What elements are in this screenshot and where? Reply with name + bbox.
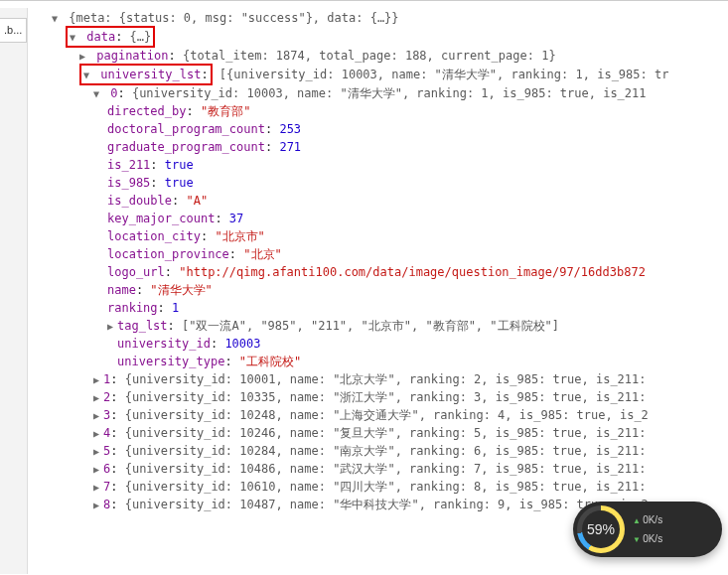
field-key: is_double (107, 194, 172, 208)
field-key: ranking (107, 301, 158, 315)
field-row: name: "清华大学" (38, 281, 728, 299)
pagination-preview: {total_item: 1874, total_page: 188, curr… (183, 49, 556, 63)
field-val: 1 (172, 301, 179, 315)
field-key: university_id (117, 337, 211, 351)
field-row: graduate_program_count: 271 (38, 138, 728, 156)
field-val: "A" (186, 194, 208, 208)
field-row: directed_by: "教育部" (38, 102, 728, 120)
field-row: university_id: 10003 (38, 335, 728, 353)
field-key: is_211 (107, 158, 150, 172)
sidebar-tab[interactable]: .b... (0, 18, 27, 43)
chevron-right-icon[interactable]: ▶ (93, 480, 103, 495)
field-val: "清华大学" (150, 283, 212, 297)
key-pagination: pagination (96, 49, 168, 63)
key-university-lst: university_lst (100, 68, 201, 81)
field-key: logo_url (107, 265, 165, 279)
item-preview: {university_id: 10001, name: "北京大学", ran… (125, 372, 647, 386)
field-key: location_province (107, 247, 229, 261)
chevron-right-icon[interactable]: ▶ (79, 49, 89, 64)
chevron-down-icon[interactable]: ▼ (83, 68, 93, 82)
item-preview: {university_id: 10486, name: "武汉大学", ran… (125, 462, 647, 476)
root-row[interactable]: ▼ {meta: {status: 0, msg: "success"}, da… (38, 9, 728, 27)
chevron-right-icon[interactable]: ▶ (93, 462, 103, 477)
field-val: "工科院校" (239, 355, 301, 368)
chevron-right-icon[interactable]: ▶ (93, 372, 103, 387)
field-val: ["双一流A", "985", "211", "北京市", "教育部", "工科… (182, 319, 559, 333)
field-row: is_985: true (38, 174, 728, 192)
university-lst-row[interactable]: ▼ university_lst: [{university_id: 10003… (38, 65, 728, 84)
field-key: name (107, 283, 136, 297)
chevron-right-icon[interactable]: ▶ (93, 444, 103, 459)
chevron-right-icon[interactable]: ▶ (93, 426, 103, 441)
field-key: key_major_count (107, 212, 215, 225)
item-preview: {university_id: 10284, name: "南京大学", ran… (125, 444, 647, 458)
field-val: "http://qimg.afanti100.com/data/image/qu… (179, 265, 646, 279)
item-0-row[interactable]: ▼ 0: {university_id: 10003, name: "清华大学"… (38, 84, 728, 102)
field-row[interactable]: ▶tag_lst: ["双一流A", "985", "211", "北京市", … (38, 317, 728, 335)
chevron-down-icon[interactable]: ▼ (70, 30, 79, 45)
field-val: "教育部" (201, 104, 250, 118)
field-key: tag_lst (117, 319, 168, 333)
field-row: location_city: "北京市" (38, 227, 728, 245)
chevron-right-icon[interactable]: ▶ (93, 408, 103, 423)
item-preview: {university_id: 10487, name: "华中科技大学", r… (125, 498, 649, 511)
field-key: doctoral_program_count (107, 122, 265, 136)
key-data: data (86, 30, 115, 44)
field-key: graduate_program_count (107, 140, 265, 154)
list-item[interactable]: ▶4: {university_id: 10246, name: "复旦大学",… (38, 424, 728, 442)
field-row: university_type: "工科院校" (38, 353, 728, 370)
field-val: true (165, 158, 194, 172)
sidebar: .b... (0, 8, 28, 574)
field-row: ranking: 1 (38, 299, 728, 317)
field-key: is_985 (107, 176, 150, 190)
item-preview: {university_id: 10248, name: "上海交通大学", r… (125, 408, 649, 422)
item-preview: {university_id: 10335, name: "浙江大学", ran… (125, 390, 647, 404)
field-val: "北京市" (215, 229, 264, 243)
field-val: "北京" (243, 247, 281, 261)
upload-speed: 0K/s (633, 512, 662, 527)
field-key: university_type (117, 355, 224, 368)
item0-preview: {university_id: 10003, name: "清华大学", ran… (132, 86, 647, 100)
field-val: true (165, 176, 194, 190)
chevron-right-icon[interactable]: ▶ (93, 498, 103, 512)
pagination-row[interactable]: ▶ pagination: {total_item: 1874, total_p… (38, 47, 728, 65)
field-key: directed_by (107, 104, 186, 118)
ulst-preview: [{university_id: 10003, name: "清华大学", ra… (219, 68, 669, 81)
field-val: 271 (279, 140, 301, 154)
net-stats: 0K/s 0K/s (633, 512, 662, 546)
chevron-right-icon[interactable]: ▶ (93, 390, 103, 405)
field-val: 37 (229, 212, 243, 225)
field-val: 10003 (224, 337, 260, 351)
field-row: is_211: true (38, 156, 728, 174)
data-preview: {…} (130, 30, 152, 44)
field-row: key_major_count: 37 (38, 210, 728, 227)
list-item[interactable]: ▶2: {university_id: 10335, name: "浙江大学",… (38, 388, 728, 406)
field-key: location_city (107, 229, 201, 243)
list-item[interactable]: ▶7: {university_id: 10610, name: "四川大学",… (38, 478, 728, 496)
chevron-down-icon[interactable]: ▼ (52, 11, 62, 26)
chevron-down-icon[interactable]: ▼ (93, 86, 103, 101)
json-tree: ▼ {meta: {status: 0, msg: "success"}, da… (38, 7, 728, 513)
field-row: is_double: "A" (38, 192, 728, 210)
root-preview: {meta: {status: 0, msg: "success"}, data… (69, 11, 398, 25)
item-preview: {university_id: 10610, name: "四川大学", ran… (125, 480, 647, 494)
gauge-percent: 59% (587, 519, 615, 540)
field-row: doctoral_program_count: 253 (38, 120, 728, 138)
download-speed: 0K/s (633, 531, 662, 546)
network-speed-widget[interactable]: 59% 0K/s 0K/s (573, 502, 722, 557)
item-preview: {university_id: 10246, name: "复旦大学", ran… (125, 426, 647, 440)
list-item[interactable]: ▶3: {university_id: 10248, name: "上海交通大学… (38, 406, 728, 424)
ring-gauge-icon: 59% (577, 505, 625, 553)
field-row: location_province: "北京" (38, 245, 728, 263)
field-val: 253 (279, 122, 301, 136)
field-row: logo_url: "http://qimg.afanti100.com/dat… (38, 263, 728, 281)
data-row[interactable]: ▼ data: {…} (38, 27, 728, 47)
list-item[interactable]: ▶6: {university_id: 10486, name: "武汉大学",… (38, 460, 728, 478)
list-item[interactable]: ▶5: {university_id: 10284, name: "南京大学",… (38, 442, 728, 460)
chevron-right-icon[interactable]: ▶ (107, 319, 117, 334)
list-item[interactable]: ▶1: {university_id: 10001, name: "北京大学",… (38, 370, 728, 388)
